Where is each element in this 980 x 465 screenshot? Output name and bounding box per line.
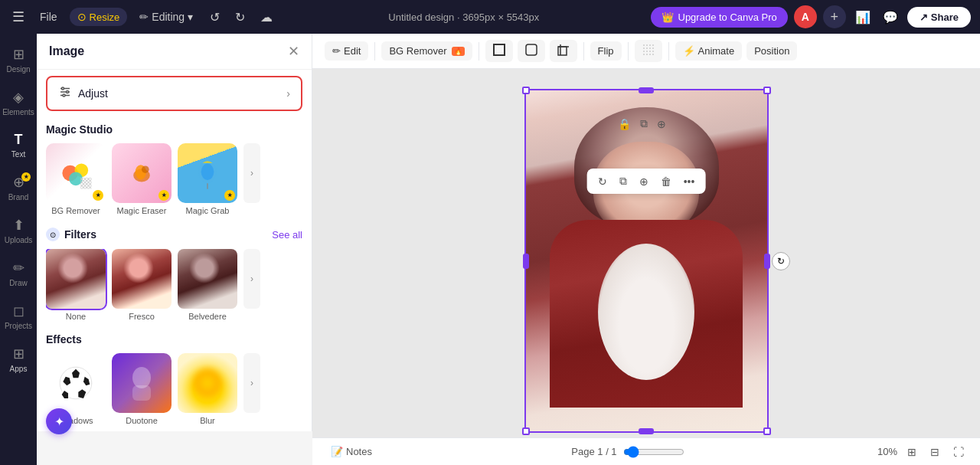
toolbar-separator-1 <box>374 42 375 61</box>
effect-label-blur: Blur <box>200 416 215 425</box>
effect-item-duotone[interactable]: Duotone <box>112 353 172 425</box>
sidebar-item-apps[interactable]: ⊞ Apps <box>2 339 35 379</box>
effect-thumb-shadows <box>46 353 106 413</box>
panel-close-button[interactable]: ✕ <box>288 43 299 60</box>
page-slider[interactable] <box>623 446 684 458</box>
menu-button[interactable]: ☰ <box>9 5 28 28</box>
frame-float-button[interactable]: ⊕ <box>635 172 653 191</box>
duplicate-float-button[interactable]: ⧉ <box>615 172 632 191</box>
sidebar-item-elements[interactable]: ◈ Elements <box>2 83 35 123</box>
editing-button[interactable]: ✏ Editing ▾ <box>133 8 199 26</box>
topbar-left: ☰ File ⊙ Resize ✏ Editing ▾ ↺ ↻ ☁ <box>9 5 277 28</box>
more-float-button[interactable]: ••• <box>679 172 700 191</box>
effect-thumb-blur <box>178 353 237 413</box>
analytics-button[interactable]: 📊 <box>852 7 874 28</box>
sidebar-item-projects[interactable]: ◻ Projects <box>2 296 35 336</box>
share-label: Share <box>931 11 959 23</box>
panel-wrapper: Image ✕ <box>37 34 312 465</box>
copy-button[interactable]: ⧉ <box>638 115 650 133</box>
filters-more-item[interactable]: › <box>243 249 260 321</box>
crop-button[interactable] <box>550 40 577 62</box>
filter-thumb-fresco <box>112 249 172 309</box>
corner-radius-button[interactable] <box>518 40 545 62</box>
bg-remover-badge: ★ <box>93 190 103 201</box>
sidebar-item-text[interactable]: T Text <box>2 126 35 165</box>
effects-title: Effects <box>46 333 302 345</box>
magic-more-arrow[interactable]: › <box>243 143 260 203</box>
rotate-float-button[interactable]: ↻ <box>593 172 612 191</box>
resize-button[interactable]: ⊙ Resize <box>70 8 128 26</box>
effects-grid: Shadows Duotone <box>46 353 302 425</box>
magic-item-magic-eraser[interactable]: ★ Magic Eraser <box>112 143 172 215</box>
sidebar-item-uploads[interactable]: ⬆ Uploads <box>2 211 35 251</box>
border-style-button[interactable] <box>485 40 513 62</box>
toolbar-separator-2 <box>479 42 479 61</box>
animate-button[interactable]: ⚡ Animate <box>675 41 743 61</box>
magic-item-bg-remover[interactable]: ★ BG Remover <box>46 143 106 215</box>
sidebar-item-design[interactable]: ⊞ Design <box>2 40 35 80</box>
transparency-button[interactable] <box>635 40 662 62</box>
flip-label: Flip <box>598 45 614 57</box>
save-status-button[interactable]: ☁ <box>256 7 277 28</box>
filter-item-fresco[interactable]: Fresco <box>112 249 172 321</box>
magic-item-more[interactable]: › <box>243 143 260 215</box>
notes-button[interactable]: 📝 Notes <box>325 443 378 460</box>
flip-button[interactable]: Flip <box>590 41 622 61</box>
effects-more-arrow[interactable]: › <box>243 353 260 413</box>
magic-item-magic-grab[interactable]: ★ Magic Grab <box>178 143 237 215</box>
add-to-frame-button[interactable]: ⊕ <box>655 116 668 133</box>
avatar[interactable]: A <box>794 5 817 28</box>
filters-see-all-button[interactable]: See all <box>272 229 302 241</box>
adjust-section[interactable]: Adjust › <box>46 76 302 111</box>
sidebar-label-apps: Apps <box>10 365 28 373</box>
panel-title: Image <box>49 44 84 58</box>
editing-icon: ✏ <box>139 11 149 23</box>
uploads-icon: ⬆ <box>13 217 24 234</box>
canvas-content[interactable]: 🔒 ⧉ ⊕ ↻ ⧉ ⊕ 🗑 ••• <box>312 69 980 437</box>
draw-icon: ✏ <box>13 260 24 277</box>
toolbar-separator-4 <box>628 42 629 61</box>
adjust-icon <box>58 85 72 102</box>
fullscreen-button[interactable]: ⛶ <box>949 444 968 460</box>
svg-rect-28 <box>494 44 505 55</box>
magic-eraser-label: Magic Eraser <box>117 206 167 215</box>
panel-content: Adjust › Magic Studio <box>37 70 312 431</box>
undo-button[interactable]: ↺ <box>205 7 224 28</box>
grid-view-button[interactable]: ⊞ <box>903 444 920 460</box>
crop-icon <box>557 44 570 58</box>
sidebar-item-draw[interactable]: ✏ Draw <box>2 254 35 293</box>
filter-label-belvedere: Belvedere <box>188 312 227 321</box>
list-view-button[interactable]: ⊟ <box>926 444 943 460</box>
effect-item-fourth[interactable]: › <box>243 353 260 425</box>
filter-item-belvedere[interactable]: Belvedere <box>178 249 237 321</box>
share-button[interactable]: ↗ Share <box>907 7 971 28</box>
bg-remover-label: BG Remover <box>51 206 100 215</box>
svg-rect-12 <box>80 178 92 189</box>
projects-icon: ◻ <box>13 303 24 319</box>
adjust-label: Adjust <box>78 87 108 100</box>
rotate-handle[interactable]: ↻ <box>772 252 790 270</box>
animate-label: Animate <box>698 45 735 57</box>
filters-more-arrow[interactable]: › <box>243 249 260 309</box>
upgrade-button[interactable]: 👑 Upgrade to Canva Pro <box>651 7 788 28</box>
animate-icon: ⚡ <box>683 45 695 57</box>
bg-remover-button[interactable]: BG Remover 🔥 <box>381 41 472 61</box>
canva-fab-button[interactable]: ✦ <box>46 408 72 434</box>
magic-eraser-badge: ★ <box>158 190 169 201</box>
comment-button[interactable]: 💬 <box>880 7 901 28</box>
add-button[interactable]: + <box>823 5 846 28</box>
edit-button[interactable]: ✏ Edit <box>325 41 368 61</box>
lock-button[interactable]: 🔒 <box>616 116 633 133</box>
blur-visual <box>194 369 221 397</box>
magic-grab-label: Magic Grab <box>186 206 230 215</box>
file-menu-button[interactable]: File <box>34 8 64 26</box>
delete-float-button[interactable]: 🗑 <box>656 172 676 191</box>
position-button[interactable]: Position <box>746 41 797 61</box>
sidebar-item-brand[interactable]: ⊕ ★ Brand <box>2 168 35 208</box>
effect-item-blur[interactable]: Blur <box>178 353 237 425</box>
share-icon: ↗ <box>920 11 928 23</box>
image-selection-container[interactable]: ↻ <box>526 90 767 431</box>
filter-item-none[interactable]: None <box>46 249 106 321</box>
magic-grab-badge: ★ <box>224 190 235 201</box>
redo-button[interactable]: ↻ <box>230 7 250 28</box>
